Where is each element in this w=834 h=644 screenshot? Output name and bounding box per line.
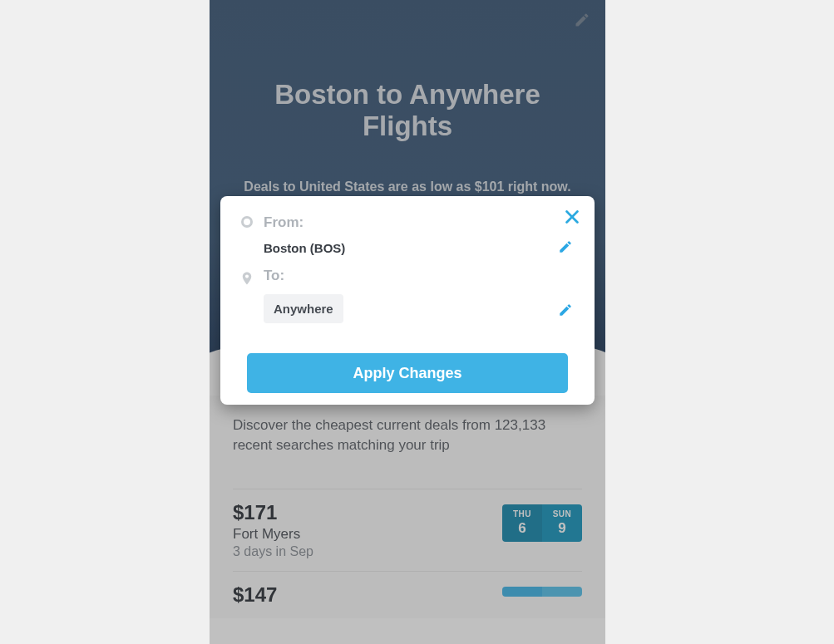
edit-to-button[interactable]: [558, 302, 573, 321]
apply-changes-button[interactable]: Apply Changes: [247, 353, 568, 393]
destination-pin-icon: [239, 269, 254, 291]
to-label: To:: [264, 268, 581, 284]
from-row: From: Boston (BOS): [234, 214, 581, 268]
app-viewport: Boston to Anywhere Flights Deals to Unit…: [210, 0, 605, 644]
edit-route-modal: From: Boston (BOS) To: Anywhere Apply Ch…: [220, 196, 595, 405]
to-row: To: Anywhere: [234, 268, 581, 323]
from-label: From:: [264, 214, 581, 231]
origin-dot-icon: [241, 216, 253, 228]
to-value-chip[interactable]: Anywhere: [264, 294, 343, 323]
from-value: Boston (BOS): [264, 241, 581, 255]
edit-from-button[interactable]: [558, 239, 573, 258]
